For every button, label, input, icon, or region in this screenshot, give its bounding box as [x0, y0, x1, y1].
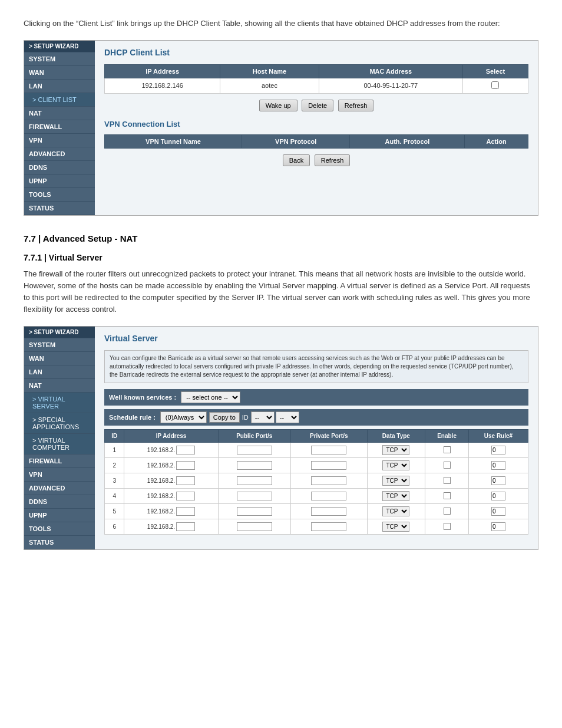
- dhcp-select[interactable]: [462, 78, 528, 93]
- priv-port-input[interactable]: [311, 507, 346, 516]
- vs-privport[interactable]: [291, 473, 367, 489]
- sidebar-item-system-2[interactable]: SYSTEM: [24, 338, 95, 352]
- vs-pubport[interactable]: [218, 504, 291, 519]
- sidebar-item-setup-wizard-1[interactable]: > SETUP WIZARD: [24, 41, 95, 52]
- sidebar-item-nat-1[interactable]: NAT: [24, 107, 95, 120]
- copy-to-button[interactable]: Copy to: [209, 412, 240, 423]
- sidebar-item-virtualcomp[interactable]: > Virtual Computer: [24, 434, 95, 454]
- vs-enable[interactable]: [425, 473, 469, 489]
- use-rule-input[interactable]: [491, 507, 505, 516]
- vs-pubport[interactable]: [218, 473, 291, 489]
- schedule-select[interactable]: (0)Always (1)Rule 1 (2)Rule 2: [160, 411, 207, 423]
- sidebar-item-virtualserver[interactable]: > Virtual Server: [24, 393, 95, 413]
- vs-userule[interactable]: [468, 519, 528, 535]
- vs-pubport[interactable]: [218, 489, 291, 504]
- use-rule-input[interactable]: [491, 446, 505, 454]
- id-select[interactable]: -- 123 456: [251, 411, 275, 423]
- refresh-button-2[interactable]: Refresh: [315, 154, 351, 166]
- sidebar-item-clientlist-1[interactable]: > Client List: [24, 93, 95, 107]
- vs-ip[interactable]: 192.168.2.: [124, 443, 218, 458]
- vs-privport[interactable]: [291, 519, 367, 535]
- priv-port-input[interactable]: [311, 522, 346, 531]
- sidebar-item-advanced-1[interactable]: ADVANCED: [24, 147, 95, 161]
- sidebar-item-advanced-2[interactable]: ADVANCED: [24, 482, 95, 495]
- ip-last-octet[interactable]: [176, 476, 195, 485]
- sidebar-item-wan-1[interactable]: WAN: [24, 66, 95, 80]
- sidebar-item-tools-2[interactable]: TOOLS: [24, 522, 95, 536]
- datatype-select[interactable]: TCP UDP Both: [382, 522, 409, 532]
- use-rule-input[interactable]: [491, 476, 505, 485]
- sidebar-item-vpn-2[interactable]: VPN: [24, 468, 95, 482]
- enable-checkbox[interactable]: [444, 492, 451, 499]
- vs-pubport[interactable]: [218, 519, 291, 535]
- vs-enable[interactable]: [425, 443, 469, 458]
- datatype-select[interactable]: TCP UDP Both: [382, 445, 409, 455]
- vs-datatype[interactable]: TCP UDP Both: [367, 519, 425, 535]
- sidebar-item-lan-2[interactable]: LAN: [24, 365, 95, 379]
- sidebar-item-ddns-1[interactable]: DDNS: [24, 161, 95, 174]
- vs-datatype[interactable]: TCP UDP Both: [367, 504, 425, 519]
- sidebar-item-lan-1[interactable]: LAN: [24, 80, 95, 93]
- use-rule-input[interactable]: [491, 522, 505, 531]
- enable-checkbox[interactable]: [444, 462, 451, 469]
- sidebar-item-wan-2[interactable]: WAN: [24, 352, 95, 365]
- vs-ip[interactable]: 192.168.2.: [124, 458, 218, 473]
- sidebar-item-ddns-2[interactable]: DDNS: [24, 495, 95, 509]
- use-rule-input[interactable]: [491, 461, 505, 470]
- pub-port-input[interactable]: [237, 492, 272, 500]
- enable-checkbox[interactable]: [444, 523, 451, 530]
- wakeup-button[interactable]: Wake up: [259, 100, 297, 111]
- vs-userule[interactable]: [468, 473, 528, 489]
- sidebar-item-vpn-1[interactable]: VPN: [24, 134, 95, 147]
- ip-last-octet[interactable]: [176, 461, 195, 470]
- sidebar-item-upnp-1[interactable]: UPnP: [24, 174, 95, 188]
- vs-datatype[interactable]: TCP UDP Both: [367, 458, 425, 473]
- vs-userule[interactable]: [468, 443, 528, 458]
- enable-checkbox[interactable]: [444, 477, 451, 484]
- pub-port-input[interactable]: [237, 446, 272, 454]
- refresh-button-1[interactable]: Refresh: [338, 100, 374, 111]
- ip-last-octet[interactable]: [176, 492, 195, 500]
- vs-enable[interactable]: [425, 504, 469, 519]
- vs-pubport[interactable]: [218, 443, 291, 458]
- ip-last-octet[interactable]: [176, 522, 195, 531]
- vs-privport[interactable]: [291, 489, 367, 504]
- vs-enable[interactable]: [425, 458, 469, 473]
- vs-privport[interactable]: [291, 458, 367, 473]
- vs-datatype[interactable]: TCP UDP Both: [367, 473, 425, 489]
- use-rule-input[interactable]: [491, 492, 505, 500]
- priv-port-input[interactable]: [311, 446, 346, 454]
- vs-privport[interactable]: [291, 504, 367, 519]
- sidebar-item-setup-wizard-2[interactable]: > SETUP WIZARD: [24, 327, 95, 338]
- pub-port-input[interactable]: [237, 522, 272, 531]
- vs-userule[interactable]: [468, 458, 528, 473]
- vs-userule[interactable]: [468, 489, 528, 504]
- sidebar-item-nat-2[interactable]: NAT: [24, 379, 95, 393]
- vs-ip[interactable]: 192.168.2.: [124, 489, 218, 504]
- datatype-select[interactable]: TCP UDP Both: [382, 491, 409, 501]
- datatype-select[interactable]: TCP UDP Both: [382, 506, 409, 516]
- vs-pubport[interactable]: [218, 458, 291, 473]
- vs-enable[interactable]: [425, 489, 469, 504]
- pub-port-input[interactable]: [237, 461, 272, 470]
- ip-last-octet[interactable]: [176, 446, 195, 454]
- vs-ip[interactable]: 192.168.2.: [124, 473, 218, 489]
- vs-enable[interactable]: [425, 519, 469, 535]
- datatype-select[interactable]: TCP UDP Both: [382, 460, 409, 470]
- sidebar-item-system-1[interactable]: SYSTEM: [24, 52, 95, 66]
- delete-button[interactable]: Delete: [302, 100, 333, 111]
- priv-port-input[interactable]: [311, 492, 346, 500]
- pub-port-input[interactable]: [237, 476, 272, 485]
- vs-datatype[interactable]: TCP UDP Both: [367, 443, 425, 458]
- sidebar-item-status-2[interactable]: STATUS: [24, 536, 95, 549]
- datatype-select[interactable]: TCP UDP Both: [382, 476, 409, 486]
- sidebar-item-tools-1[interactable]: TOOLS: [24, 188, 95, 202]
- id-select2[interactable]: --: [276, 411, 299, 423]
- vs-userule[interactable]: [468, 504, 528, 519]
- back-button[interactable]: Back: [283, 154, 310, 166]
- vs-ip[interactable]: 192.168.2.: [124, 519, 218, 535]
- priv-port-input[interactable]: [311, 461, 346, 470]
- ip-last-octet[interactable]: [176, 507, 195, 516]
- sidebar-item-specialapps[interactable]: > Special Applications: [24, 413, 95, 434]
- enable-checkbox[interactable]: [444, 446, 451, 453]
